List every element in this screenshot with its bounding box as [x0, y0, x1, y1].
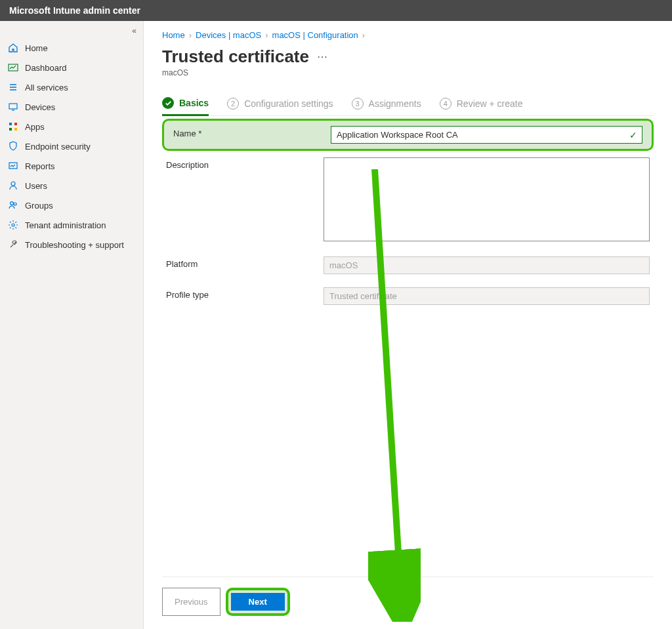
chevron-right-icon: › — [265, 30, 268, 40]
collapse-sidebar-button[interactable]: « — [0, 25, 143, 38]
sidebar-item-label: Groups — [25, 201, 53, 211]
main-content: Home › Devices | macOS › macOS | Configu… — [144, 21, 672, 629]
sidebar-item-home[interactable]: Home — [0, 38, 143, 58]
svg-rect-4 — [9, 128, 12, 131]
description-label: Description — [162, 157, 324, 170]
name-input[interactable] — [331, 126, 642, 144]
sidebar-item-groups[interactable]: Groups — [0, 195, 143, 215]
app-title: Microsoft Intune admin center — [9, 5, 140, 16]
sidebar-item-label: Tenant administration — [25, 220, 106, 230]
group-icon — [8, 200, 18, 211]
name-label: Name * — [169, 126, 331, 138]
sidebar-item-dashboard[interactable]: Dashboard — [0, 58, 143, 77]
step-number: 4 — [440, 98, 452, 110]
more-actions-button[interactable]: ⋯ — [317, 51, 327, 63]
list-icon — [8, 82, 18, 92]
svg-rect-5 — [14, 128, 17, 131]
sidebar-item-troubleshooting[interactable]: Troubleshooting + support — [0, 235, 143, 254]
wizard-step-label: Configuration settings — [244, 98, 333, 109]
profiletype-label: Profile type — [162, 287, 324, 300]
sidebar-item-label: Dashboard — [25, 63, 67, 73]
sidebar-item-label: Apps — [25, 122, 45, 132]
wizard-step-assignments[interactable]: 3 Assignments — [352, 93, 421, 115]
checkmark-icon: ✓ — [629, 130, 637, 140]
name-field-row: Name * ✓ — [162, 119, 654, 151]
sidebar-item-label: All services — [25, 83, 68, 92]
profiletype-field-row: Profile type — [162, 281, 654, 312]
report-icon — [8, 161, 18, 171]
grid-icon — [8, 121, 18, 132]
app-title-bar: Microsoft Intune admin center — [0, 0, 672, 21]
sidebar-item-tenant-administration[interactable]: Tenant administration — [0, 215, 143, 235]
sidebar-item-devices[interactable]: Devices — [0, 97, 143, 117]
svg-rect-0 — [9, 64, 18, 71]
wizard-step-label: Review + create — [457, 98, 523, 109]
svg-rect-6 — [9, 163, 17, 169]
sidebar-item-label: Reports — [25, 161, 55, 171]
breadcrumb: Home › Devices | macOS › macOS | Configu… — [162, 30, 654, 40]
user-icon — [8, 180, 18, 191]
svg-rect-1 — [9, 104, 17, 109]
page-subtitle: macOS — [162, 68, 654, 77]
breadcrumb-link[interactable]: Home — [162, 30, 185, 40]
shield-icon — [8, 141, 18, 152]
svg-rect-2 — [9, 123, 12, 125]
wizard-footer: Previous Next — [162, 577, 654, 629]
check-icon — [162, 97, 174, 109]
next-button-highlight: Next — [226, 588, 290, 616]
sidebar-item-label: Troubleshooting + support — [25, 240, 124, 250]
description-field-row: Description — [162, 151, 654, 250]
gear-icon — [8, 220, 18, 230]
previous-button[interactable]: Previous — [162, 588, 220, 616]
dashboard-icon — [8, 62, 18, 73]
profiletype-input — [324, 287, 650, 305]
platform-label: Platform — [162, 256, 324, 269]
step-number: 3 — [352, 98, 364, 110]
sidebar-item-endpoint-security[interactable]: Endpoint security — [0, 136, 143, 156]
wizard-step-label: Assignments — [369, 98, 421, 109]
sidebar-item-label: Users — [25, 181, 47, 191]
sidebar-item-label: Endpoint security — [25, 142, 91, 152]
svg-point-9 — [14, 203, 16, 205]
sidebar-item-reports[interactable]: Reports — [0, 156, 143, 176]
svg-point-10 — [12, 224, 14, 226]
svg-point-7 — [11, 182, 15, 186]
chevron-right-icon: › — [362, 30, 365, 40]
sidebar-item-apps[interactable]: Apps — [0, 117, 143, 136]
wizard-step-basics[interactable]: Basics — [162, 93, 209, 116]
step-number: 2 — [227, 98, 239, 110]
sidebar-item-label: Devices — [25, 102, 55, 112]
sidebar-item-all-services[interactable]: All services — [0, 77, 143, 97]
description-textarea[interactable] — [324, 157, 650, 241]
svg-point-8 — [10, 202, 14, 205]
wizard-step-configuration[interactable]: 2 Configuration settings — [227, 93, 333, 115]
page-title: Trusted certificate — [162, 47, 309, 67]
next-button[interactable]: Next — [231, 593, 285, 611]
wizard-step-label: Basics — [179, 98, 209, 108]
monitor-icon — [8, 102, 18, 112]
svg-rect-3 — [14, 123, 17, 125]
home-icon — [8, 43, 18, 53]
chevron-right-icon: › — [189, 30, 192, 40]
breadcrumb-link[interactable]: macOS | Configuration — [272, 30, 358, 40]
platform-input — [324, 256, 650, 274]
breadcrumb-link[interactable]: Devices | macOS — [196, 30, 261, 40]
wizard-steps: Basics 2 Configuration settings 3 Assign… — [162, 93, 654, 116]
wrench-icon — [8, 239, 18, 250]
sidebar-item-users[interactable]: Users — [0, 176, 143, 195]
platform-field-row: Platform — [162, 250, 654, 281]
sidebar: « Home Dashboard All services Devices Ap… — [0, 21, 144, 629]
sidebar-item-label: Home — [25, 43, 48, 53]
wizard-step-review[interactable]: 4 Review + create — [440, 93, 523, 115]
